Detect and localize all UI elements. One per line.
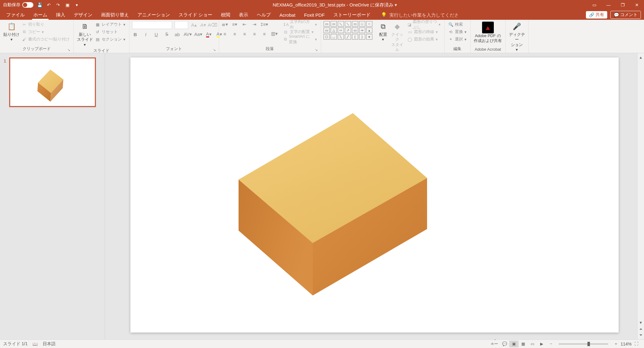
increase-indent-icon[interactable]: ⇥ — [251, 21, 258, 28]
save-icon[interactable]: 💾 — [36, 2, 43, 8]
italic-icon[interactable]: I — [142, 31, 149, 38]
dictate-button[interactable]: 🎤 ディクテー ション▾ — [508, 21, 526, 52]
ribbon-display-options-icon[interactable]: ▭ — [587, 0, 601, 10]
shape-arrow-icon[interactable]: ⇨ — [338, 28, 344, 33]
justify-icon[interactable]: ≡ — [251, 30, 258, 37]
align-center-icon[interactable]: ≡ — [231, 30, 238, 37]
language-indicator[interactable]: 日本語 — [43, 341, 56, 347]
font-size-input[interactable] — [175, 21, 188, 29]
tab-view[interactable]: 表示 — [235, 10, 252, 20]
normal-view-icon[interactable]: ▣ — [509, 341, 519, 347]
shape-connector-icon[interactable]: ╱ — [345, 34, 351, 40]
new-slide-button[interactable]: 🗎 新しい スライド▾ — [76, 21, 94, 47]
spellcheck-icon[interactable]: 📖 — [32, 342, 38, 346]
tab-animations[interactable]: アニメーション — [133, 10, 174, 20]
font-name-input[interactable] — [132, 21, 172, 29]
shape-curve-icon[interactable]: ◡ — [331, 34, 337, 40]
shape-brace-icon[interactable]: } — [359, 34, 365, 40]
reading-view-icon[interactable]: ▭ — [528, 341, 537, 347]
shape-arrow-icon[interactable]: ⇒ — [359, 28, 365, 33]
prev-slide-icon[interactable]: ⏶ — [638, 326, 643, 331]
tab-file[interactable]: ファイル — [2, 10, 29, 20]
bullets-icon[interactable]: ≣▾ — [222, 21, 228, 28]
tab-slideshow[interactable]: スライド ショー — [174, 10, 217, 20]
columns-icon[interactable]: ▥▾ — [271, 30, 278, 37]
undo-icon[interactable]: ↶ — [46, 2, 52, 8]
scroll-down-icon[interactable]: ▼ — [638, 320, 643, 325]
close-icon[interactable]: ✕ — [630, 0, 644, 10]
copy-button[interactable]: ⧉コピー ▾ — [20, 28, 71, 35]
quick-styles-button[interactable]: ◆ クイック スタイル▾ — [390, 21, 405, 57]
format-painter-button[interactable]: 🖌書式のコピー/貼り付け — [20, 36, 71, 43]
align-left-icon[interactable]: ≡ — [222, 30, 228, 37]
shapes-gallery[interactable]: ▭ ▭ ＼ ＼ ▭ □ ○ ▭ △ ⇨ ↗ ▭ ⇒ ▴ ⬡ ◡ ╲ ╱ { } — [324, 21, 372, 40]
strikethrough-icon[interactable]: S̶ — [163, 31, 170, 38]
numbering-icon[interactable]: ≡▾ — [231, 21, 238, 28]
increase-font-icon[interactable]: A▴ — [191, 22, 197, 28]
thumbnail-row[interactable]: 1 — [1, 57, 100, 107]
char-spacing-icon[interactable]: AV▾ — [184, 31, 191, 38]
cut-button[interactable]: ✂切り取り — [20, 21, 71, 28]
tab-acrobat[interactable]: Acrobat — [275, 10, 300, 20]
tab-foxit[interactable]: Foxit PDF — [300, 10, 329, 20]
zoom-slider[interactable] — [559, 343, 608, 345]
zoom-out-icon[interactable]: − — [546, 341, 556, 347]
maximize-icon[interactable]: ❐ — [616, 0, 630, 10]
replace-button[interactable]: ⟲置換 ▾ — [447, 28, 468, 35]
minimize-icon[interactable]: — — [601, 0, 616, 10]
shape-triangle-icon[interactable]: △ — [331, 28, 337, 33]
dialog-launcher-icon[interactable]: ↘ — [67, 48, 70, 52]
bold-icon[interactable]: B — [132, 31, 139, 38]
select-button[interactable]: ⌖選択 ▾ — [447, 36, 468, 43]
notes-button[interactable]: ≐ ノート — [491, 341, 500, 347]
find-button[interactable]: 🔍検索 — [447, 21, 468, 28]
redo-icon[interactable]: ↷ — [55, 2, 61, 8]
slide-thumbnails-pane[interactable]: 1 — [0, 53, 105, 339]
autosave-toggle[interactable]: 自動保存 — [3, 2, 33, 8]
slide-canvas[interactable] — [130, 57, 619, 333]
zoom-level[interactable]: 114% — [621, 342, 632, 346]
convert-smartart-button[interactable]: ⧉SmartArt に変換 ▾ — [282, 36, 318, 43]
present-from-start-icon[interactable]: ▣ — [64, 2, 70, 8]
paste-button[interactable]: 📋 貼り付け▾ — [2, 21, 20, 42]
tab-review[interactable]: 校閲 — [217, 10, 235, 20]
shape-rect-icon[interactable]: ▭ — [352, 21, 358, 27]
reset-button[interactable]: ↺リセット — [94, 28, 127, 35]
cube-3d-shape[interactable] — [130, 57, 619, 333]
comments-button[interactable]: 💬コメント — [610, 11, 641, 19]
shape-rect-icon[interactable]: ▭ — [324, 28, 330, 33]
shape-line-icon[interactable]: ＼ — [338, 21, 344, 27]
dialog-launcher-icon[interactable]: ↘ — [213, 48, 216, 52]
shape-fill-button[interactable]: ◪図形の塗りつぶし ▾ — [406, 21, 442, 28]
shape-outline-button[interactable]: ▭図形の枠線 ▾ — [406, 28, 442, 35]
qat-dropdown-icon[interactable]: ▾ — [74, 2, 80, 8]
search-input[interactable] — [389, 12, 457, 18]
adobe-pdf-button[interactable]: ⟁ Adobe PDF の 作成および共有 — [473, 21, 503, 44]
shape-line-icon[interactable]: ＼ — [345, 21, 351, 27]
share-button[interactable]: 🔗共有 — [586, 11, 607, 19]
shape-effects-button[interactable]: ◯図形の効果 ▾ — [406, 36, 442, 43]
fit-to-window-icon[interactable]: ⛶ — [632, 341, 641, 347]
decrease-indent-icon[interactable]: ⇤ — [241, 21, 248, 28]
gallery-up-icon[interactable]: ▴ — [366, 28, 372, 33]
decrease-font-icon[interactable]: A▾ — [200, 22, 207, 28]
tab-home[interactable]: ホーム — [29, 10, 52, 20]
shape-rectangle-icon[interactable]: ▭ — [324, 21, 330, 27]
gallery-more-icon[interactable]: ▾ — [366, 34, 372, 40]
layout-button[interactable]: ▦レイアウト ▾ — [94, 21, 127, 28]
next-slide-icon[interactable]: ⏷ — [638, 333, 643, 337]
dialog-launcher-icon[interactable]: ↘ — [315, 48, 318, 52]
slide-thumbnail-1[interactable] — [9, 57, 96, 107]
slideshow-view-icon[interactable]: ▶ — [537, 341, 546, 347]
font-color-icon[interactable]: A▾ — [205, 31, 212, 38]
shape-square-icon[interactable]: □ — [359, 21, 365, 27]
change-case-icon[interactable]: Aa▾ — [195, 31, 202, 38]
tab-storyboard[interactable]: ストーリーボード — [329, 10, 375, 20]
slide-sorter-view-icon[interactable]: ▦ — [519, 341, 528, 347]
line-spacing-icon[interactable]: ‡≡▾ — [261, 21, 268, 28]
shape-circle-icon[interactable]: ○ — [366, 21, 372, 27]
underline-icon[interactable]: U — [153, 31, 160, 38]
shape-arrow-icon[interactable]: ↗ — [345, 28, 351, 33]
section-button[interactable]: ▤セクション ▾ — [94, 36, 127, 43]
tab-design[interactable]: デザイン — [70, 10, 97, 20]
